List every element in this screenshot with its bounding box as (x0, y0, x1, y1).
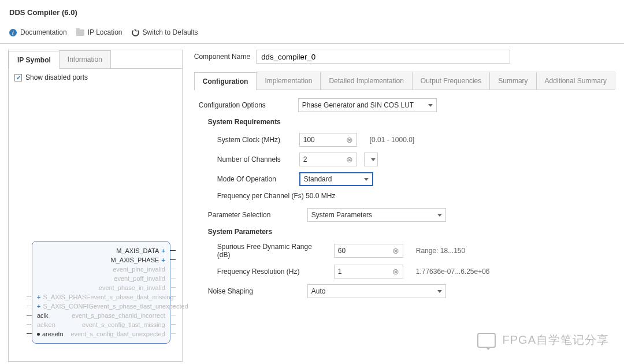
sfdr-hint: Range: 18...150 (416, 247, 465, 255)
show-disabled-label: Show disabled ports (25, 73, 88, 81)
config-options-select[interactable]: Phase Generator and SIN COS LUT (298, 98, 437, 112)
chevron-down-icon (364, 178, 369, 181)
page-title: DDS Compiler (6.0) (0, 0, 624, 28)
tab-output-frequencies[interactable]: Output Frequencies (412, 72, 490, 90)
chevron-down-icon (437, 290, 442, 293)
right-panel: Component Name ConfigurationImplementati… (183, 44, 624, 362)
system-clock-label: System Clock (MHz) (217, 136, 292, 144)
clear-icon[interactable]: ⊗ (346, 155, 353, 164)
main-content: IP Symbol Information ✔ Show disabled po… (0, 44, 624, 362)
freq-res-hint: 1.77636e-07...6.25e+06 (416, 268, 490, 276)
tab-additional-summary[interactable]: Additional Summary (536, 72, 615, 90)
chevron-down-icon (437, 214, 442, 217)
param-selection-label: Parameter Selection (208, 211, 300, 219)
sfdr-input[interactable]: 60 ⊗ (334, 244, 403, 258)
num-channels-dropdown[interactable] (364, 153, 378, 166)
freq-res-input[interactable]: 1 ⊗ (334, 265, 403, 278)
num-channels-label: Number of Channels (217, 155, 292, 164)
system-clock-hint: [0.01 - 1000.0] (370, 136, 414, 144)
left-tabs: IP Symbol Information (9, 50, 182, 69)
component-name-row: Component Name (194, 50, 615, 64)
component-name-input[interactable] (256, 50, 510, 64)
refresh-icon (132, 29, 139, 36)
ip-location-label: IP Location (88, 28, 122, 36)
chat-icon (477, 333, 496, 348)
freq-per-channel-text: Frequency per Channel (Fs) 50.0 MHz (217, 192, 336, 200)
folder-icon (76, 29, 84, 36)
info-icon: i (9, 29, 17, 36)
num-channels-input[interactable]: 2 ⊗ (299, 153, 357, 166)
clear-icon[interactable]: ⊗ (346, 135, 353, 144)
mode-operation-label: Mode Of Operation (217, 175, 292, 183)
param-selection-select[interactable]: System Parameters (307, 208, 446, 222)
clear-icon[interactable]: ⊗ (392, 246, 399, 255)
chevron-down-icon (428, 104, 433, 107)
toolbar: i Documentation IP Location Switch to De… (0, 28, 624, 44)
tab-configuration[interactable]: Configuration (194, 72, 257, 90)
system-requirements-title: System Requirements (208, 118, 610, 126)
system-clock-input[interactable]: 100 ⊗ (299, 133, 357, 147)
watermark: FPGA自学笔记分享 (477, 332, 609, 348)
freq-res-label: Frequency Resolution (Hz) (217, 268, 327, 276)
ip-location-link[interactable]: IP Location (76, 28, 122, 36)
doc-label: Documentation (20, 28, 67, 36)
noise-shaping-select[interactable]: Auto (307, 284, 446, 298)
tab-detailed-implementation[interactable]: Detailed Implementation (320, 72, 412, 90)
tab-summary[interactable]: Summary (489, 72, 536, 90)
documentation-link[interactable]: i Documentation (9, 28, 67, 36)
switch-defaults-label: Switch to Defaults (143, 28, 198, 36)
config-options-label: Configuration Options (199, 101, 291, 109)
tab-information[interactable]: Information (59, 50, 111, 68)
clear-icon[interactable]: ⊗ (392, 267, 399, 276)
config-body: Configuration Options Phase Generator an… (194, 90, 615, 312)
component-name-label: Component Name (194, 53, 250, 61)
show-disabled-row[interactable]: ✔ Show disabled ports (9, 69, 182, 86)
system-parameters-title: System Parameters (208, 228, 610, 236)
watermark-text: FPGA自学笔记分享 (503, 332, 609, 348)
noise-shaping-label: Noise Shaping (208, 287, 300, 295)
tab-implementation[interactable]: Implementation (256, 72, 321, 90)
sfdr-label: Spurious Free Dynamic Range (dB) (217, 243, 327, 259)
tab-ip-symbol[interactable]: IP Symbol (9, 51, 60, 69)
config-tabs: ConfigurationImplementationDetailed Impl… (194, 72, 615, 90)
chevron-down-icon (371, 158, 376, 161)
ip-symbol-diagram: M_AXIS_DATA+M_AXIS_PHASE+event_pinc_inva… (20, 241, 170, 344)
left-panel: IP Symbol Information ✔ Show disabled po… (8, 50, 183, 362)
checkbox-icon[interactable]: ✔ (14, 74, 22, 81)
mode-operation-select[interactable]: Standard (299, 172, 373, 186)
switch-defaults-link[interactable]: Switch to Defaults (132, 28, 198, 36)
